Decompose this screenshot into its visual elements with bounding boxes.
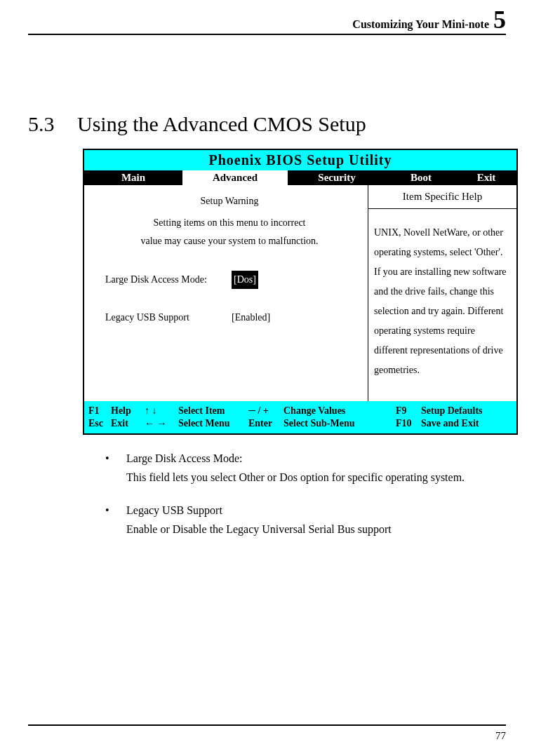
section-heading: 5.3 Using the Advanced CMOS Setup — [28, 112, 506, 136]
label-exit: Exit — [111, 418, 145, 429]
content-list: Large Disk Access Mode: This field lets … — [98, 449, 506, 539]
section-number: 5.3 — [28, 112, 77, 136]
tab-advanced[interactable]: Advanced — [182, 170, 288, 185]
key-f10: F10 — [396, 418, 421, 429]
bios-title: Phoenix BIOS Setup Utility — [84, 150, 516, 170]
header-text: Customizing Your Mini-note — [352, 18, 489, 31]
label-select-submenu: Select Sub-Menu — [283, 418, 396, 429]
key-f1: F1 — [88, 405, 111, 417]
setting-label: Legacy USB Support — [105, 309, 232, 328]
bios-tabs: Main Advanced Security Boot Exit — [84, 170, 516, 185]
label-select-menu: Select Menu — [178, 418, 248, 429]
setup-warning-line1: Setting items on this menu to incorrect — [105, 214, 354, 233]
label-select-item: Select Item — [178, 405, 248, 417]
section-title: Using the Advanced CMOS Setup — [77, 112, 366, 136]
bios-footer: F1 Help ↑ ↓ Select Item ─ / + Change Val… — [84, 401, 516, 433]
setting-value-selected[interactable]: [Dos] — [232, 271, 258, 290]
label-setup-defaults: Setup Defaults — [421, 405, 483, 417]
tab-boot[interactable]: Boot — [386, 170, 456, 185]
key-enter: Enter — [248, 418, 283, 429]
bullet-title: Large Disk Access Mode: — [126, 452, 242, 464]
label-change-values: Change Values — [283, 405, 396, 417]
key-plusminus: ─ / + — [248, 405, 283, 417]
label-help: Help — [111, 405, 145, 417]
setting-large-disk[interactable]: Large Disk Access Mode: [Dos] — [105, 271, 354, 290]
bios-setup-box: Phoenix BIOS Setup Utility Main Advanced… — [83, 149, 518, 435]
page-header: Customizing Your Mini-note 5 — [28, 7, 506, 35]
bios-right-panel: Item Specific Help UNIX, Novell NetWare,… — [368, 185, 516, 401]
key-esc: Esc — [88, 418, 111, 429]
header-chapter-number: 5 — [493, 7, 506, 32]
footer-row-2: Esc Exit ← → Select Menu Enter Select Su… — [88, 418, 512, 429]
key-f9: F9 — [396, 405, 421, 417]
tab-main[interactable]: Main — [84, 170, 182, 185]
bullet-body: Enable or Disable the Legacy Universal S… — [126, 523, 392, 535]
label-save-exit: Save and Exit — [421, 418, 479, 429]
setting-value[interactable]: [Enabled] — [232, 309, 270, 328]
bullet-title: Legacy USB Support — [126, 504, 222, 516]
bios-left-panel: Setup Warning Setting items on this menu… — [84, 185, 368, 401]
page-footer: 77 — [28, 724, 506, 742]
bullet-body: This field lets you select Other or Dos … — [126, 471, 465, 483]
setting-legacy-usb[interactable]: Legacy USB Support [Enabled] — [105, 309, 354, 328]
tab-security[interactable]: Security — [288, 170, 386, 185]
arrows-leftright-icon: ← → — [145, 418, 178, 429]
list-item: Legacy USB Support Enable or Disable the… — [98, 501, 506, 539]
setup-warning-title: Setup Warning — [105, 192, 354, 211]
list-item: Large Disk Access Mode: This field lets … — [98, 449, 506, 487]
footer-row-1: F1 Help ↑ ↓ Select Item ─ / + Change Val… — [88, 405, 512, 417]
help-body: UNIX, Novell NetWare, or other operating… — [368, 209, 516, 401]
setup-warning-line2: value may cause your system to malfuncti… — [105, 232, 354, 251]
help-header: Item Specific Help — [368, 185, 516, 209]
tab-exit[interactable]: Exit — [456, 170, 516, 185]
arrows-updown-icon: ↑ ↓ — [145, 405, 178, 417]
page-number: 77 — [495, 730, 506, 741]
setting-label: Large Disk Access Mode: — [105, 271, 232, 290]
